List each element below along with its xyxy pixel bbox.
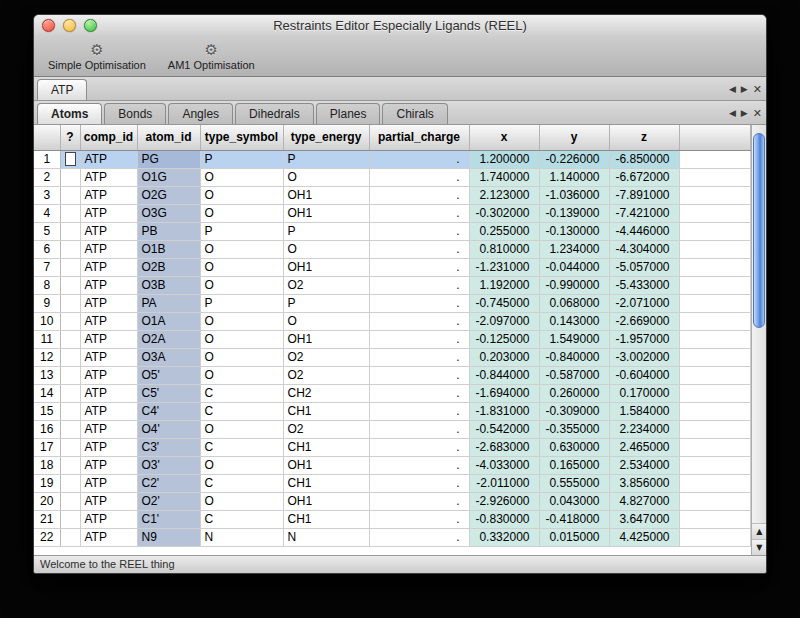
cell-q[interactable]: [60, 402, 80, 420]
cell-x[interactable]: 0.332000: [469, 528, 539, 546]
cell-type_symbol[interactable]: C: [200, 474, 283, 492]
cell-atom_id[interactable]: C3': [137, 438, 200, 456]
tab-scroll-right-icon[interactable]: ▶: [741, 108, 748, 118]
row-number-cell[interactable]: 13: [34, 366, 60, 384]
col-header-q[interactable]: ?: [60, 125, 80, 150]
cell-comp_id[interactable]: ATP: [80, 312, 137, 330]
row-number-cell[interactable]: 18: [34, 456, 60, 474]
cell-type_symbol[interactable]: O: [200, 420, 283, 438]
cell-x[interactable]: -0.542000: [469, 420, 539, 438]
cell-z[interactable]: 3.647000: [609, 510, 679, 528]
cell-partial_charge[interactable]: .: [369, 294, 469, 312]
cell-z[interactable]: -4.446000: [609, 222, 679, 240]
cell-type_symbol[interactable]: P: [200, 222, 283, 240]
cell-partial_charge[interactable]: .: [369, 330, 469, 348]
cell-z[interactable]: -7.421000: [609, 204, 679, 222]
cell-y[interactable]: 1.234000: [539, 240, 609, 258]
cell-partial_charge[interactable]: .: [369, 528, 469, 546]
row-number-cell[interactable]: 10: [34, 312, 60, 330]
cell-x[interactable]: -2.683000: [469, 438, 539, 456]
col-header-z[interactable]: z: [609, 125, 679, 150]
row-number-cell[interactable]: 19: [34, 474, 60, 492]
cell-atom_id[interactable]: O2B: [137, 258, 200, 276]
cell-partial_charge[interactable]: .: [369, 258, 469, 276]
cell-type_symbol[interactable]: O: [200, 258, 283, 276]
cell-z[interactable]: 2.534000: [609, 456, 679, 474]
cell-z[interactable]: -4.304000: [609, 240, 679, 258]
cell-x[interactable]: 1.200000: [469, 150, 539, 168]
cell-x[interactable]: -0.830000: [469, 510, 539, 528]
row-number-cell[interactable]: 11: [34, 330, 60, 348]
tab-scroll-right-icon[interactable]: ▶: [741, 84, 748, 94]
cell-type_symbol[interactable]: O: [200, 204, 283, 222]
cell-type_energy[interactable]: P: [283, 294, 369, 312]
tab-dihedrals[interactable]: Dihedrals: [235, 103, 314, 124]
cell-type_energy[interactable]: O: [283, 312, 369, 330]
cell-x[interactable]: 0.203000: [469, 348, 539, 366]
cell-q[interactable]: [60, 510, 80, 528]
cell-partial_charge[interactable]: .: [369, 492, 469, 510]
cell-partial_charge[interactable]: .: [369, 222, 469, 240]
cell-type_symbol[interactable]: O: [200, 240, 283, 258]
cell-atom_id[interactable]: O2A: [137, 330, 200, 348]
cell-comp_id[interactable]: ATP: [80, 222, 137, 240]
cell-type_symbol[interactable]: O: [200, 492, 283, 510]
col-header-type-symbol[interactable]: type_symbol: [200, 125, 283, 150]
cell-partial_charge[interactable]: .: [369, 276, 469, 294]
cell-y[interactable]: 1.549000: [539, 330, 609, 348]
cell-type_symbol[interactable]: P: [200, 150, 283, 168]
cell-z[interactable]: -6.672000: [609, 168, 679, 186]
cell-atom_id[interactable]: N9: [137, 528, 200, 546]
cell-y[interactable]: -0.840000: [539, 348, 609, 366]
cell-type_energy[interactable]: CH1: [283, 510, 369, 528]
cell-y[interactable]: -1.036000: [539, 186, 609, 204]
cell-type_symbol[interactable]: O: [200, 276, 283, 294]
am1-optimisation-button[interactable]: ⚙ AM1 Optimisation: [164, 42, 259, 71]
tab-scroll-left-icon[interactable]: ◀: [729, 84, 736, 94]
cell-q[interactable]: [60, 474, 80, 492]
cell-atom_id[interactable]: O4': [137, 420, 200, 438]
cell-q[interactable]: [60, 348, 80, 366]
cell-q[interactable]: [60, 456, 80, 474]
cell-partial_charge[interactable]: .: [369, 204, 469, 222]
cell-type_energy[interactable]: CH1: [283, 402, 369, 420]
cell-x[interactable]: -2.097000: [469, 312, 539, 330]
cell-comp_id[interactable]: ATP: [80, 474, 137, 492]
cell-comp_id[interactable]: ATP: [80, 510, 137, 528]
cell-z[interactable]: -1.957000: [609, 330, 679, 348]
row-number-cell[interactable]: 12: [34, 348, 60, 366]
cell-type_symbol[interactable]: O: [200, 366, 283, 384]
cell-q[interactable]: [60, 420, 80, 438]
cell-type_energy[interactable]: OH1: [283, 186, 369, 204]
cell-type_symbol[interactable]: P: [200, 294, 283, 312]
minimize-button[interactable]: [63, 19, 76, 32]
cell-type_symbol[interactable]: C: [200, 510, 283, 528]
close-button[interactable]: [42, 19, 55, 32]
cell-z[interactable]: -5.433000: [609, 276, 679, 294]
cell-comp_id[interactable]: ATP: [80, 276, 137, 294]
cell-comp_id[interactable]: ATP: [80, 402, 137, 420]
cell-atom_id[interactable]: O3B: [137, 276, 200, 294]
cell-comp_id[interactable]: ATP: [80, 420, 137, 438]
cell-comp_id[interactable]: ATP: [80, 492, 137, 510]
cell-partial_charge[interactable]: .: [369, 510, 469, 528]
col-header-comp-id[interactable]: comp_id: [80, 125, 137, 150]
cell-type_energy[interactable]: OH1: [283, 204, 369, 222]
tab-angles[interactable]: Angles: [168, 103, 233, 124]
cell-comp_id[interactable]: ATP: [80, 438, 137, 456]
cell-partial_charge[interactable]: .: [369, 474, 469, 492]
cell-type_energy[interactable]: OH1: [283, 492, 369, 510]
cell-x[interactable]: -2.926000: [469, 492, 539, 510]
cell-partial_charge[interactable]: .: [369, 168, 469, 186]
simple-optimisation-button[interactable]: ⚙ Simple Optimisation: [44, 42, 150, 71]
cell-partial_charge[interactable]: .: [369, 240, 469, 258]
cell-q[interactable]: [60, 438, 80, 456]
cell-type_energy[interactable]: OH1: [283, 456, 369, 474]
tab-scroll-left-icon[interactable]: ◀: [729, 108, 736, 118]
cell-z[interactable]: 4.425000: [609, 528, 679, 546]
cell-y[interactable]: 0.068000: [539, 294, 609, 312]
cell-atom_id[interactable]: O1A: [137, 312, 200, 330]
cell-q[interactable]: [60, 150, 80, 168]
cell-partial_charge[interactable]: .: [369, 366, 469, 384]
cell-atom_id[interactable]: O3A: [137, 348, 200, 366]
